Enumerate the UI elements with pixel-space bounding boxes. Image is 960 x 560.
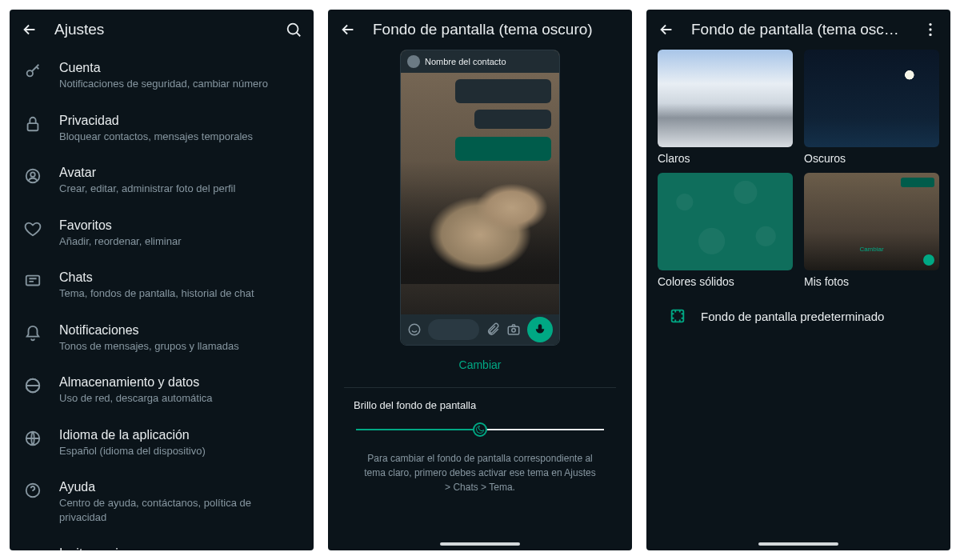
chat-input-bar xyxy=(401,314,559,345)
wallpaper-preview: Nombre del contacto Cambiar Brillo del f… xyxy=(328,50,632,494)
svg-point-15 xyxy=(929,28,931,30)
message-field xyxy=(428,319,479,340)
settings-screen: Ajustes CuentaNotificaciones de segurida… xyxy=(10,10,314,550)
topbar: Fondo de pantalla (tema osc… xyxy=(646,10,950,50)
svg-rect-17 xyxy=(672,310,684,322)
topbar: Fondo de pantalla (tema oscuro) xyxy=(328,10,632,50)
tile-solid-image xyxy=(658,173,793,270)
svg-point-4 xyxy=(30,173,35,178)
mic-button xyxy=(527,317,553,342)
setting-privacy[interactable]: PrivacidadBloquear contactos, mensajes t… xyxy=(10,102,314,155)
attach-icon xyxy=(486,322,500,337)
svg-point-11 xyxy=(409,324,420,335)
emoji-icon xyxy=(407,322,422,337)
wallpaper-preview-screen: Fondo de pantalla (tema oscuro) Nombre d… xyxy=(328,10,632,550)
tile-light-image xyxy=(658,50,793,147)
people-icon xyxy=(24,548,42,550)
incoming-bubble xyxy=(474,110,551,129)
slider-thumb[interactable] xyxy=(473,422,487,437)
heart-icon xyxy=(24,220,42,241)
wallpaper-image xyxy=(401,161,559,284)
svg-rect-5 xyxy=(26,276,40,286)
setting-favorites[interactable]: FavoritosAñadir, reordenar, eliminar xyxy=(10,207,314,260)
tile-myphotos-image: Cambiar xyxy=(804,173,939,270)
brightness-label: Brillo del fondo de pantalla xyxy=(344,399,616,411)
svg-rect-2 xyxy=(28,123,38,130)
tile-dark[interactable]: Oscuros xyxy=(804,50,939,165)
chat-preview-header: Nombre del contacto xyxy=(401,50,559,73)
camera-icon xyxy=(506,322,521,337)
wallpaper-picker-title: Fondo de pantalla (tema osc… xyxy=(691,21,906,38)
svg-rect-12 xyxy=(508,326,519,334)
wallpaper-picker-screen: Fondo de pantalla (tema osc… Claros Oscu… xyxy=(646,10,950,550)
setting-avatar[interactable]: AvatarCrear, editar, administrar foto de… xyxy=(10,154,314,207)
home-indicator xyxy=(758,542,838,546)
back-icon[interactable] xyxy=(21,21,38,38)
help-icon xyxy=(24,482,42,502)
chat-preview: Nombre del contacto xyxy=(400,50,560,346)
svg-point-13 xyxy=(512,329,516,333)
setting-notifications[interactable]: NotificacionesTonos de mensajes, grupos … xyxy=(10,312,314,365)
setting-language[interactable]: Idioma de la aplicaciónEspañol (idioma d… xyxy=(10,417,314,470)
topbar: Ajustes xyxy=(10,10,314,50)
settings-list: CuentaNotificaciones de seguridad, cambi… xyxy=(10,50,314,550)
tile-dark-image xyxy=(804,50,939,147)
wallpaper-title: Fondo de pantalla (tema oscuro) xyxy=(373,21,621,38)
data-icon xyxy=(24,377,42,398)
globe-icon xyxy=(24,430,42,450)
wallpaper-grid: Claros Oscuros Colores sólidos Cambiar M… xyxy=(646,50,950,288)
tile-solid-colors[interactable]: Colores sólidos xyxy=(658,173,793,288)
home-indicator xyxy=(440,542,520,546)
default-wallpaper-button[interactable]: Fondo de pantalla predeterminado xyxy=(646,288,950,325)
wallpaper-hint: Para cambiar el fondo de pantalla corres… xyxy=(344,440,616,494)
bell-icon xyxy=(24,325,42,346)
setting-help[interactable]: AyudaCentro de ayuda, contáctanos, polít… xyxy=(10,469,314,535)
key-icon xyxy=(24,62,42,83)
more-icon[interactable] xyxy=(922,21,939,38)
svg-point-14 xyxy=(929,23,931,26)
chat-icon xyxy=(24,272,42,293)
lock-icon xyxy=(24,115,42,136)
back-icon[interactable] xyxy=(658,21,675,38)
settings-title: Ajustes xyxy=(54,21,269,38)
tile-light[interactable]: Claros xyxy=(658,50,793,165)
outgoing-bubble xyxy=(455,137,551,161)
brightness-slider[interactable] xyxy=(356,419,604,440)
divider xyxy=(344,387,616,388)
contact-avatar xyxy=(407,55,420,68)
default-wallpaper-label: Fondo de pantalla predeterminado xyxy=(701,310,884,323)
setting-account[interactable]: CuentaNotificaciones de seguridad, cambi… xyxy=(10,50,314,102)
contact-name: Nombre del contacto xyxy=(425,57,506,66)
setting-storage[interactable]: Almacenamiento y datosUso de red, descar… xyxy=(10,364,314,417)
back-icon[interactable] xyxy=(339,21,357,38)
search-icon[interactable] xyxy=(285,21,302,38)
tile-my-photos[interactable]: Cambiar Mis fotos xyxy=(804,173,939,288)
change-wallpaper-button[interactable]: Cambiar xyxy=(459,346,502,384)
setting-invite[interactable]: Invitar amigos xyxy=(10,535,314,550)
setting-chats[interactable]: ChatsTema, fondos de pantalla, historial… xyxy=(10,259,314,312)
svg-point-1 xyxy=(27,70,33,76)
wallpaper-default-icon xyxy=(669,307,686,325)
avatar-icon xyxy=(24,167,42,188)
incoming-bubble xyxy=(455,79,551,103)
svg-point-16 xyxy=(929,34,931,36)
svg-point-0 xyxy=(288,24,298,34)
